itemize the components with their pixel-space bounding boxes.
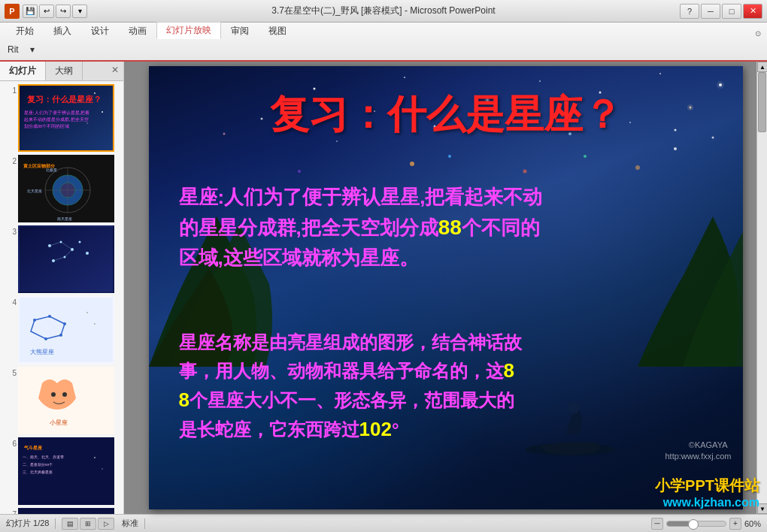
zoom-in-button[interactable]: + [729, 518, 741, 530]
quick-access-toolbar: 💾 ↩ ↪ ▾ [23, 5, 87, 18]
ribbon-tab-animation[interactable]: 动画 [119, 23, 156, 39]
title-bar-left: P 💾 ↩ ↪ ▾ [5, 4, 87, 19]
undo-button[interactable]: ↩ [39, 5, 54, 18]
svg-text:二、星座划分88个: 二、星座划分88个 [23, 462, 53, 467]
zoom-bar[interactable] [666, 521, 726, 527]
svg-point-33 [48, 315, 51, 318]
slide-body2: 星座名称是由亮星组成的图形，结合神话故 事，用人物、动物和器具给予命名的，这8 … [179, 329, 713, 444]
zoom-handle[interactable] [688, 519, 699, 530]
title-bar: P 💾 ↩ ↪ ▾ 3.7在星空中(二)_野风 [兼容模式] - Microso… [0, 0, 767, 23]
slide-thumb-3[interactable] [18, 225, 114, 293]
save-button[interactable]: 💾 [23, 5, 38, 18]
svg-point-26 [86, 252, 89, 255]
svg-point-39 [94, 323, 95, 325]
svg-point-34 [63, 322, 66, 325]
svg-point-50 [102, 468, 103, 470]
main-area: 幻灯片 大纲 ✕ 1 复习：什么是星座？ [0, 62, 767, 514]
slideshow-button[interactable]: ▷ [98, 518, 114, 530]
slide-item-5[interactable]: 5 小星座 [3, 367, 120, 434]
ribbon-tab-slideshow[interactable]: 幻灯片放映 [156, 22, 221, 39]
slide-thumb-5[interactable]: 小星座 [18, 367, 114, 434]
svg-point-36 [44, 337, 47, 340]
slide-item-3[interactable]: 3 [3, 225, 120, 293]
slide-thumb-1[interactable]: 复习：什么是星座？ 星座:人们为了便于辨认星星,把看 起来不动的星星分成群,把全… [18, 84, 114, 152]
slide-number-1: 1 [3, 84, 17, 95]
svg-point-35 [59, 334, 62, 337]
zoom-out-button[interactable]: ─ [651, 518, 663, 530]
slide-item-6[interactable]: 6 气斗星座 一、南天、北天、赤道带 二、星座划分88个 三、北天拱极星座 [3, 437, 120, 505]
scrollbar-up-button[interactable]: ▲ [757, 62, 767, 72]
ribbon-tab-design[interactable]: 设计 [81, 23, 119, 39]
body2-text4: 是长蛇座，它东西跨过102° [179, 419, 399, 440]
svg-text:起来不动的星星分成群,把全天空: 起来不动的星星分成群,把全天空 [24, 116, 89, 122]
ribbon: 开始 插入 设计 动画 幻灯片放映 审阅 视图 ⊙ Rit ▾ [0, 23, 767, 62]
redo-button[interactable]: ↪ [56, 5, 71, 18]
scrollbar-thumb[interactable] [758, 72, 766, 132]
tab-outline[interactable]: 大纲 [46, 62, 83, 80]
zoom-controls: ─ + 60% [651, 518, 761, 530]
body2-text3: 8个星座大小不一、形态各异，范围最大的 [179, 390, 514, 410]
slide-thumb-6[interactable]: 气斗星座 一、南天、北天、赤道带 二、星座划分88个 三、北天拱极星座 [18, 437, 114, 505]
highlight-8-2: 8 [179, 388, 189, 411]
svg-point-8 [86, 122, 87, 123]
bottom-watermark: 小学PPT课件站 www.kjzhan.com [655, 476, 759, 509]
canvas-scrollbar: ▲ ▼ [756, 62, 767, 514]
status-divider-2 [144, 518, 145, 529]
watermark-line1: 小学PPT课件站 [655, 476, 759, 496]
ribbon-tab-review[interactable]: 审阅 [221, 23, 259, 39]
view-label: 标准 [122, 518, 138, 529]
font-button[interactable]: ▾ [23, 42, 41, 57]
slide-thumb-7[interactable]: 北极星 北极星 [18, 508, 114, 514]
customize-button[interactable]: ▾ [72, 5, 87, 18]
highlight-88-2: 8 [504, 359, 514, 382]
slide-number-4: 4 [3, 296, 17, 307]
slide-item-1[interactable]: 1 复习：什么是星座？ 星座:人们为了便于辨认星星,把看 起来不动的星星分成群,… [3, 84, 120, 152]
maximize-button[interactable]: □ [722, 4, 741, 19]
slide-body1: 星座:人们为了便于辨认星星,把看起来不动 的星星分成群,把全天空划分成88个不同… [179, 183, 713, 273]
ribbon-content: Rit ▾ [0, 39, 767, 60]
svg-point-41 [51, 392, 56, 397]
ribbon-tab-insert[interactable]: 插入 [44, 23, 81, 39]
canvas-area: 复习：什么是星座？ 星座:人们为了便于辨认星星,把看起来不动 的星星分成群,把全… [124, 62, 767, 514]
body1-text2: 的星星分成群,把全天空划分成88个不同的 [179, 216, 540, 239]
help-button[interactable]: ? [680, 4, 699, 19]
slide-canvas[interactable]: 复习：什么是星座？ 星座:人们为了便于辨认星星,把看起来不动 的星星分成群,把全… [149, 66, 743, 509]
svg-point-32 [33, 319, 36, 322]
body1-text3: 区域,这些区域就称为星座。 [179, 246, 419, 269]
ribbon-tab-view[interactable]: 视图 [259, 23, 296, 39]
slide-thumb-2[interactable]: 北极星 北天星座 南天星座 黄土区应物部分 [18, 155, 114, 222]
slide-watermark1: ©KAGAYA [689, 440, 728, 449]
ribbon-help[interactable]: ⊙ [755, 29, 761, 39]
slide-item-4[interactable]: 4 大熊星座 [3, 296, 120, 364]
window-controls: ? ─ □ ✕ [680, 4, 762, 19]
status-bar: 幻灯片 1/28 ▤ ⊞ ▷ 标准 ─ + 60% [0, 514, 767, 532]
svg-text:一、南天、北天、赤道带: 一、南天、北天、赤道带 [23, 455, 64, 459]
ribbon-group-font: Rit ▾ [8, 42, 41, 57]
slide-panel-tabs: 幻灯片 大纲 ✕ [0, 62, 123, 81]
svg-point-38 [86, 312, 88, 313]
minimize-button[interactable]: ─ [701, 4, 720, 19]
slide-watermark2: http:www.fxxj.com [665, 452, 731, 461]
slide-number-3: 3 [3, 225, 17, 236]
highlight-102: 102 [359, 418, 392, 440]
slide-thumb-4[interactable]: 大熊星座 [18, 296, 114, 364]
svg-point-5 [94, 92, 95, 94]
svg-text:三、北天拱极星座: 三、北天拱极星座 [23, 470, 53, 474]
status-divider-1 [55, 518, 56, 529]
svg-text:星座:人们为了便于辨认星星,把看: 星座:人们为了便于辨认星星,把看 [24, 110, 89, 115]
ribbon-tabs: 开始 插入 设计 动画 幻灯片放映 审阅 视图 ⊙ [0, 23, 767, 39]
slide-item-2[interactable]: 2 北极星 北天星座 南天星座 黄土区应物部分 [3, 155, 120, 222]
slide-title: 复习：什么是星座？ [270, 89, 622, 141]
normal-view-button[interactable]: ▤ [62, 518, 78, 530]
slides-list[interactable]: 1 复习：什么是星座？ 星座:人们为了便于辨认星星,把看 起来不动的星星分成群,… [0, 81, 123, 514]
svg-point-6 [79, 100, 80, 101]
slide-item-7[interactable]: 7 北极星 北极星 [3, 508, 120, 514]
svg-text:北天星座: 北天星座 [27, 189, 42, 193]
close-button[interactable]: ✕ [743, 4, 762, 19]
ribbon-tab-start[interactable]: 开始 [6, 23, 44, 39]
slide-sorter-button[interactable]: ⊞ [80, 518, 96, 530]
body2-text2: 事，用人物、动物和器具给予命名的，这8 [179, 361, 514, 381]
svg-text:南天星座: 南天星座 [57, 216, 72, 221]
tab-slides[interactable]: 幻灯片 [0, 62, 46, 80]
panel-close-button[interactable]: ✕ [107, 62, 123, 80]
